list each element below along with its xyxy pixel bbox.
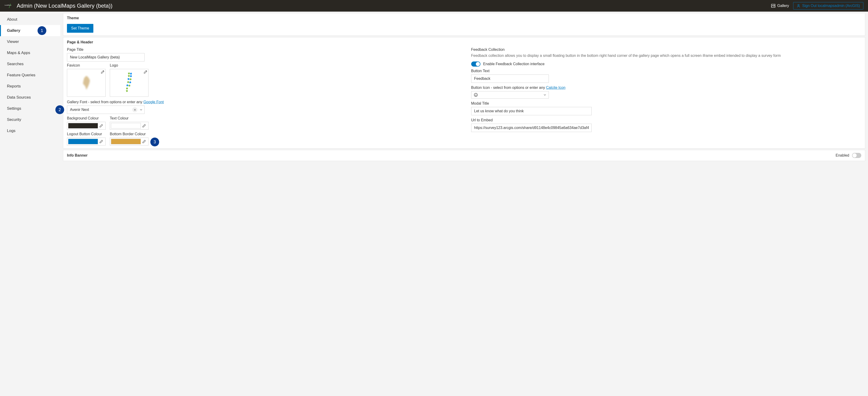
svg-rect-9 xyxy=(129,78,131,80)
svg-rect-12 xyxy=(126,84,128,86)
pencil-icon[interactable] xyxy=(98,124,104,128)
bg-colour-swatch xyxy=(68,123,98,129)
section-theme: Theme Set Theme xyxy=(63,13,865,36)
logout-colour-picker[interactable] xyxy=(67,138,105,145)
enable-feedback-label: Enable Feedback Collection interface xyxy=(483,62,545,66)
sidebar-item-label: Gallery xyxy=(7,28,20,33)
sidebar-item-about[interactable]: About xyxy=(0,14,60,25)
annotation-badge-3: 3 xyxy=(150,138,159,146)
border-colour-label: Bottom Border Colour xyxy=(110,132,149,136)
gallery-link-label: Gallery xyxy=(777,4,789,8)
favicon-preview xyxy=(67,69,105,97)
info-banner-toggle[interactable] xyxy=(852,153,861,158)
logo-edit-button[interactable] xyxy=(144,70,147,74)
pencil-icon[interactable] xyxy=(141,124,147,128)
text-colour-swatch xyxy=(111,123,141,129)
feedback-heading: Feedback Collection xyxy=(471,48,862,52)
svg-rect-4 xyxy=(128,73,130,75)
svg-rect-8 xyxy=(127,78,129,80)
user-icon xyxy=(797,4,800,8)
button-icon-label-text: Button Icon - select from options or ent… xyxy=(471,86,546,89)
bg-colour-picker[interactable] xyxy=(67,122,105,130)
chevron-down-icon[interactable] xyxy=(544,93,546,96)
svg-point-2 xyxy=(774,5,774,6)
button-text-label: Button Text xyxy=(471,69,862,73)
logo-label: Logo xyxy=(110,63,149,67)
page-title: Admin (New LocalMaps Gallery (beta)) xyxy=(17,3,112,9)
sidebar-nav: About Gallery 1 Viewer Maps & Apps Searc… xyxy=(0,11,60,164)
page-header-heading: Page & Header xyxy=(67,40,861,44)
button-text-input[interactable] xyxy=(471,75,549,83)
clear-icon[interactable]: ✕ xyxy=(132,107,137,112)
gallery-font-label: Gallery Font - select from options or en… xyxy=(67,100,457,104)
info-banner-heading: Info Banner xyxy=(67,153,88,158)
logo-preview xyxy=(110,69,149,97)
pencil-icon[interactable] xyxy=(98,140,104,143)
gallery-font-combobox[interactable]: Avenir Next ✕ xyxy=(67,106,145,114)
set-theme-button[interactable]: Set Theme xyxy=(67,24,93,33)
sidebar-item-searches[interactable]: Searches xyxy=(0,58,60,69)
sidebar-item-security[interactable]: Security xyxy=(0,114,60,125)
url-embed-label: Url to Embed xyxy=(471,118,862,122)
signout-label: Sign Out localmapsadmin (ArcGIS) xyxy=(802,4,860,8)
page-title-label: Page Title xyxy=(67,48,457,52)
svg-point-16 xyxy=(474,93,477,96)
calcite-icon-link[interactable]: Calcite Icon xyxy=(546,86,565,89)
button-icon-select[interactable] xyxy=(471,91,549,98)
sidebar-item-feature-queries[interactable]: Feature Queries xyxy=(0,69,60,81)
smiley-icon xyxy=(474,93,478,97)
svg-rect-15 xyxy=(126,90,128,92)
feedback-column: Feedback Collection Feedback collection … xyxy=(471,46,862,145)
sidebar-item-settings[interactable]: Settings xyxy=(0,103,60,114)
sidebar-item-logs[interactable]: Logs xyxy=(0,125,60,136)
sidebar-item-gallery[interactable]: Gallery 1 xyxy=(0,25,60,36)
favicon-label: Favicon xyxy=(67,63,105,67)
page-header-left-column: Page Title Favicon xyxy=(67,46,457,145)
modal-title-label: Modal Title xyxy=(471,102,862,106)
favicon-image xyxy=(76,73,97,93)
image-icon xyxy=(771,4,775,8)
logo-image xyxy=(119,71,140,94)
svg-rect-11 xyxy=(129,81,131,84)
gallery-font-value: Avenir Next xyxy=(69,108,132,112)
feedback-description: Feedback collection allows you to displa… xyxy=(471,53,862,58)
brand-logo: LocalMaps xyxy=(5,3,12,9)
border-colour-swatch xyxy=(111,139,141,144)
svg-rect-10 xyxy=(127,81,129,83)
svg-rect-13 xyxy=(128,85,130,87)
pencil-icon[interactable] xyxy=(141,140,147,143)
sidebar-item-data-sources[interactable]: Data Sources xyxy=(0,92,60,103)
annotation-badge-1: 1 xyxy=(37,26,46,35)
chevron-down-icon[interactable] xyxy=(140,108,143,111)
sidebar-item-maps-apps[interactable]: Maps & Apps xyxy=(0,47,60,58)
svg-point-3 xyxy=(798,4,799,6)
svg-rect-5 xyxy=(130,73,132,75)
app-header: LocalMaps Admin (New LocalMaps Gallery (… xyxy=(0,0,868,11)
logout-colour-label: Logout Button Colour xyxy=(67,132,105,136)
section-info-banner: Info Banner Enabled xyxy=(63,150,865,161)
svg-rect-7 xyxy=(130,75,132,77)
theme-heading: Theme xyxy=(67,16,861,20)
section-page-header: Page & Header Page Title Favicon xyxy=(63,37,865,148)
sidebar-item-reports[interactable]: Reports xyxy=(0,81,60,92)
bg-colour-label: Background Colour xyxy=(67,116,105,120)
annotation-badge-2: 2 xyxy=(55,105,64,114)
svg-point-18 xyxy=(476,94,476,95)
google-font-link[interactable]: Google Font xyxy=(144,100,164,104)
signout-button[interactable]: Sign Out localmapsadmin (ArcGIS) xyxy=(793,2,863,9)
main-content: Theme Set Theme Page & Header Page Title… xyxy=(60,11,868,164)
svg-rect-14 xyxy=(126,87,128,89)
info-banner-enabled-label: Enabled xyxy=(836,153,849,158)
gallery-link[interactable]: Gallery xyxy=(767,4,793,8)
url-embed-input[interactable] xyxy=(471,124,592,132)
enable-feedback-toggle[interactable] xyxy=(471,61,480,66)
border-colour-picker[interactable] xyxy=(110,138,149,145)
gallery-font-label-text: Gallery Font - select from options or en… xyxy=(67,100,144,104)
text-colour-label: Text Colour xyxy=(110,116,149,120)
favicon-edit-button[interactable] xyxy=(101,70,104,74)
svg-rect-6 xyxy=(128,75,130,77)
text-colour-picker[interactable] xyxy=(110,122,149,130)
page-title-input[interactable] xyxy=(67,53,145,61)
sidebar-item-viewer[interactable]: Viewer xyxy=(0,36,60,47)
modal-title-input[interactable] xyxy=(471,107,592,115)
